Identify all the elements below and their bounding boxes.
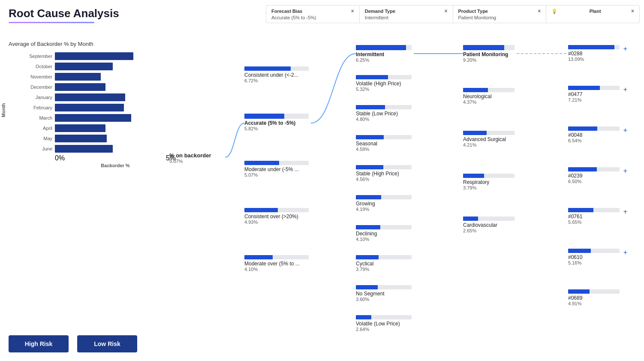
tree-node[interactable]: Stable (High Price)4.56% [356,165,412,182]
expand-icon[interactable]: + [623,249,627,256]
node-bar-track [463,88,515,92]
tree-node[interactable]: Consistent over (>20%)4.93% [244,208,309,225]
expand-icon[interactable]: + [623,126,627,134]
tree-node[interactable]: No Segment3.60% [356,285,412,302]
node-bar-fill [356,195,381,199]
filter-forecast-bias-close[interactable]: × [351,8,354,14]
tree-node[interactable]: Volatile (High Price)5.32% [356,75,412,92]
expand-icon[interactable]: + [623,45,627,53]
bar-label: January [21,95,52,100]
filter-product-type-close[interactable]: × [538,8,541,14]
tree-node[interactable]: Accurate (5% to -5%)5.82% [244,114,309,131]
tree-node[interactable]: Cardiovascular2.65% [463,217,515,233]
node-bar-fill [568,126,597,131]
bar-label: March [21,115,52,120]
node-value: 5.32% [356,87,412,92]
tree-node[interactable]: Intermittent6.25% [356,45,412,63]
tree-node[interactable]: Stable (Low Price)4.80% [356,105,412,122]
tree-node[interactable]: Advanced Surgical4.21% [463,131,515,147]
tree-section: % on backorder5.07%Consistent under (<-2… [167,41,640,322]
tree-node[interactable]: Respiratory3.79% [463,174,515,190]
node-bar-track [356,135,412,139]
node-bar-fill [568,289,590,294]
bar-fill [55,83,105,91]
bar-fill [55,145,113,153]
high-risk-button[interactable]: High Risk [9,335,69,352]
node-bar-fill [356,285,378,289]
node-value: 5.16% [568,260,620,265]
tree-node[interactable]: Seasonal4.59% [356,135,412,152]
bar-track [55,135,176,142]
filter-demand-type-close[interactable]: × [444,8,447,14]
filter-plant[interactable]: 💡 Plant × [546,6,639,23]
node-value: 4.21% [463,142,515,147]
filter-forecast-bias[interactable]: Forecast Bias × Accurate (5% to -5%) [266,6,360,23]
node-bar-track [356,75,412,79]
filter-product-type[interactable]: Product Type × Patient Monitoring [453,6,547,23]
bar-fill [55,52,133,60]
bar-row: November [21,73,176,81]
tree-node[interactable]: Volatile (Low Price)2.64% [356,315,412,332]
node-label: Intermittent [356,51,412,57]
tree-node[interactable]: Consistent under (<-2...6.72% [244,66,309,83]
tree-node[interactable]: Moderate over (5% to ...4.10% [244,255,309,272]
node-value: 6.25% [356,57,412,63]
node-value: 4.93% [244,220,309,225]
node-label: Volatile (High Price) [356,81,412,87]
filter-product-type-label: Product Type [458,9,488,14]
expand-icon[interactable]: + [623,208,627,216]
node-label: No Segment [356,291,412,297]
node-bar-track [244,114,309,119]
node-bar-fill [568,45,614,49]
bar-row: June [21,145,176,153]
bar-row: February [21,104,176,111]
node-value: 6.50% [568,179,620,184]
tree-node[interactable]: Neurological4.37% [463,88,515,105]
chart-title: Average of Backorder % by Month [9,41,176,47]
bar-row: September [21,52,176,60]
node-label: #0477 [568,91,620,97]
tree-node[interactable]: Growing4.19% [356,195,412,212]
filter-demand-type[interactable]: Demand Type × Intermittent [360,6,453,23]
tree-node[interactable]: Cyclical3.79% [356,255,412,272]
node-bar-fill [463,131,487,135]
tree-node[interactable]: #06105.16%+ [568,249,620,265]
bar-label: April [21,126,52,131]
tree-node[interactable]: #06894.91% [568,289,620,306]
title-underline [9,22,94,23]
node-bar-track [356,45,412,50]
node-label: #0610 [568,254,620,260]
bar-track [55,73,176,81]
tree-node[interactable]: Moderate under (-5% ...5.07% [244,161,309,177]
node-value: 5.65% [568,220,620,225]
node-bar-fill [356,315,371,319]
filter-product-type-value: Patient Monitoring [458,15,541,20]
bar-chart: SeptemberOctoberNovemberDecemberJanuaryF… [21,52,176,153]
node-label: Declining [356,231,412,237]
bar-row: October [21,63,176,70]
tree-node[interactable]: #04777.21%+ [568,86,620,102]
tree-node[interactable]: Patient Monitoring9.20% [463,45,515,63]
bar-track [55,52,176,60]
bar-fill [55,114,131,122]
node-bar-fill [244,208,278,212]
tree-node[interactable]: #028813.09%+ [568,45,620,62]
node-bar-track [244,161,309,165]
expand-icon[interactable]: + [623,86,627,93]
x-tick-0: 0% [55,154,65,162]
bar-fill [55,63,113,70]
tree-node[interactable]: Declining4.10% [356,225,412,242]
low-risk-button[interactable]: Low Risk [77,335,137,352]
node-bar-fill [244,114,284,119]
tree-node[interactable]: #00486.54%+ [568,126,620,143]
node-label: Seasonal [356,141,412,147]
node-bar-fill [356,75,388,79]
tree-node[interactable]: #02396.50%+ [568,167,620,184]
root-value: 5.07% [169,159,211,164]
tree-node[interactable]: #07615.65%+ [568,208,620,225]
filter-forecast-bias-label: Forecast Bias [271,9,302,14]
expand-icon[interactable]: + [623,167,627,175]
node-bar-track [568,289,620,294]
filter-plant-close[interactable]: × [631,8,634,14]
bar-label: September [21,54,52,59]
